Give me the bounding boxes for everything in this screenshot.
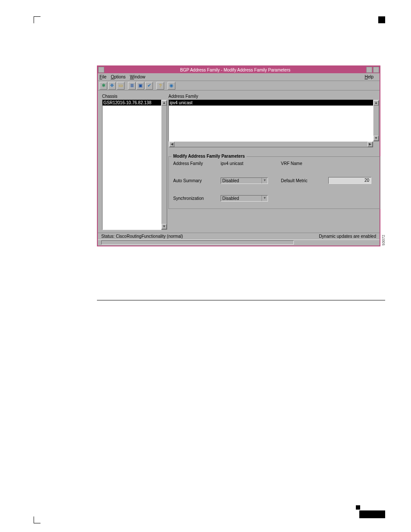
auto-summary-value: Disabled (221, 178, 262, 184)
figure-id: 93072 (381, 235, 386, 246)
af-field-label: Address Family (173, 161, 216, 166)
minimize-button[interactable] (366, 67, 372, 73)
progress-bar-area (98, 240, 380, 246)
menu-options[interactable]: Options (111, 75, 125, 79)
af-scrollbar-v[interactable]: ▲ ▼ (373, 100, 379, 141)
scroll-right-icon[interactable]: ▶ (367, 142, 373, 147)
address-family-label: Address Family (168, 94, 380, 99)
toolbar-open-icon[interactable]: ▭ (117, 82, 125, 90)
fieldset-legend: Modify Address Family Parameters (171, 154, 246, 159)
chassis-panel: Chassis GSR12016-10.76.82.138 ▲ ▼ (102, 94, 162, 230)
chevron-down-icon[interactable]: ▼ (262, 196, 268, 201)
menu-bar: File Options Window Help (98, 73, 380, 81)
system-menu-icon[interactable] (98, 67, 104, 73)
toolbar-info-icon[interactable]: ◉ (168, 82, 175, 90)
menu-file[interactable]: File (100, 75, 106, 79)
toolbar-run-icon[interactable]: ✱ (100, 82, 107, 90)
toolbar-check-icon[interactable]: ✔ (145, 82, 153, 90)
scroll-down-icon[interactable]: ▼ (162, 224, 167, 229)
window-title: BGP Address Family - Modify Address Fami… (105, 68, 366, 72)
progress-trough (101, 240, 294, 245)
auto-summary-label: Auto Summary (173, 178, 216, 183)
menu-help[interactable]: Help (364, 75, 374, 79)
scroll-left-icon[interactable]: ◀ (169, 142, 174, 147)
chevron-down-icon[interactable]: ▼ (262, 178, 268, 184)
toolbar-help-icon[interactable]: ? (156, 82, 164, 90)
af-scrollbar-h[interactable]: ◀ ▶ (169, 141, 373, 147)
toolbar-list-icon[interactable]: ≣ (128, 82, 136, 90)
dynamic-updates-text: Dynamic updates are enabled (319, 234, 376, 239)
title-bar: BGP Address Family - Modify Address Fami… (98, 66, 380, 73)
default-metric-input[interactable]: 20 (328, 177, 371, 184)
default-metric-label: Default Metric (281, 178, 324, 183)
app-window: BGP Address Family - Modify Address Fami… (97, 65, 380, 246)
vrf-name-label: VRF Name (281, 161, 324, 166)
modify-af-params-fieldset: Modify Address Family Parameters Address… (168, 156, 380, 209)
scroll-up-icon[interactable]: ▲ (374, 100, 379, 106)
chassis-listbox[interactable]: GSR12016-10.76.82.138 ▲ ▼ (102, 100, 162, 230)
address-family-item[interactable]: ipv4 unicast (169, 100, 373, 106)
synchronization-label: Synchronization (173, 196, 216, 201)
scroll-down-icon[interactable]: ▼ (374, 136, 379, 141)
toolbar-stack-icon[interactable]: ❖ (108, 82, 116, 90)
maximize-button[interactable] (373, 67, 379, 73)
toolbar-screen-icon[interactable]: ▣ (137, 82, 144, 90)
chassis-scrollbar-v[interactable]: ▲ ▼ (161, 100, 167, 230)
status-bar: Status: CiscoRoutingFunctionality (norma… (98, 233, 380, 240)
scroll-up-icon[interactable]: ▲ (162, 100, 167, 106)
chassis-label: Chassis (102, 94, 162, 99)
status-text: Status: CiscoRoutingFunctionality (norma… (101, 234, 183, 239)
address-family-listbox[interactable]: ipv4 unicast ▲ ▼ ◀ ▶ (168, 100, 374, 142)
af-field-value: ipv4 unicast (221, 161, 277, 166)
synchronization-dropdown[interactable]: Disabled ▼ (221, 195, 268, 202)
auto-summary-dropdown[interactable]: Disabled ▼ (221, 177, 268, 184)
chassis-item[interactable]: GSR12016-10.76.82.138 (103, 100, 161, 106)
synchronization-value: Disabled (221, 196, 262, 201)
menu-window[interactable]: Window (130, 75, 146, 79)
toolbar: ✱ ❖ ▭ ≣ ▣ ✔ ? ◉ (98, 81, 380, 90)
